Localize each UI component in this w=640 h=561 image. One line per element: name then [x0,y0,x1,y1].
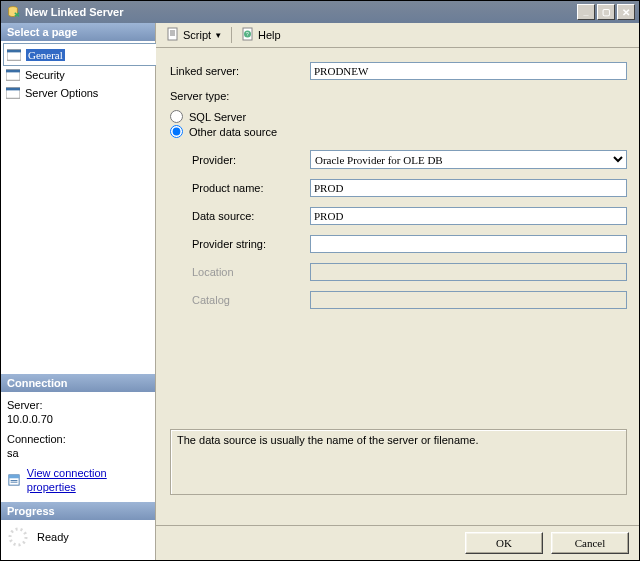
server-type-label: Server type: [170,90,627,102]
connection-label: Connection: [7,432,149,446]
catalog-label: Catalog [192,294,310,306]
provider-select[interactable]: Oracle Provider for OLE DB [310,150,627,169]
app-icon [5,4,21,20]
pages-heading: Select a page [1,23,155,41]
window-title: New Linked Server [25,6,577,18]
toolbar: Script ▼ ? Help [156,23,639,48]
hint-box: The data source is usually the name of t… [170,429,627,495]
linked-server-label: Linked server: [170,65,310,77]
cancel-button[interactable]: Cancel [551,532,629,554]
connection-heading: Connection [1,374,155,392]
connection-info: Server: 10.0.0.70 Connection: sa View co… [1,392,155,502]
radio-other-label: Other data source [189,126,277,138]
radio-other-data-source[interactable]: Other data source [170,125,627,138]
toolbar-separator [231,27,232,43]
page-item-label: General [26,49,65,61]
catalog-input [310,291,627,309]
help-icon: ? [241,27,255,43]
dialog-body: Select a page General Security Server Op… [1,23,639,560]
dialog-window: { "window": { "title": "New Linked Serve… [0,0,640,561]
hint-text: The data source is usually the name of t… [177,434,478,446]
page-item-server-options[interactable]: Server Options [3,84,153,102]
svg-rect-10 [11,482,18,483]
page-item-label: Security [25,69,65,81]
svg-rect-8 [9,475,19,478]
provider-string-input[interactable] [310,235,627,253]
page-general-icon [6,47,22,63]
progress-status: Ready [37,531,69,543]
title-bar: New Linked Server _ ▢ ✕ [1,1,639,23]
page-security-icon [5,67,21,83]
close-button[interactable]: ✕ [617,4,635,20]
progress-info: Ready [1,520,155,560]
radio-other-input[interactable] [170,125,183,138]
dropdown-caret-icon: ▼ [214,31,222,40]
progress-spinner-icon [7,526,29,548]
spacer [1,104,155,374]
data-source-label: Data source: [192,210,310,222]
radio-sql-server[interactable]: SQL Server [170,110,627,123]
page-item-label: Server Options [25,87,98,99]
radio-sql-input[interactable] [170,110,183,123]
properties-icon [7,472,22,488]
help-button[interactable]: ? Help [237,25,285,45]
form-content: Linked server: Server type: SQL Server O… [156,48,639,525]
progress-heading: Progress [1,502,155,520]
script-label: Script [183,29,211,41]
help-label: Help [258,29,281,41]
linked-server-input[interactable] [310,62,627,80]
svg-rect-6 [6,88,20,91]
provider-string-label: Provider string: [192,238,310,250]
script-button[interactable]: Script ▼ [162,25,226,45]
minimize-button[interactable]: _ [577,4,595,20]
data-source-input[interactable] [310,207,627,225]
svg-rect-12 [168,28,177,40]
svg-rect-9 [11,480,18,481]
provider-label: Provider: [192,154,310,166]
product-name-input[interactable] [310,179,627,197]
script-icon [166,27,180,43]
svg-rect-2 [7,49,21,52]
maximize-button[interactable]: ▢ [597,4,615,20]
product-name-label: Product name: [192,182,310,194]
page-options-icon [5,85,21,101]
svg-point-11 [10,529,26,545]
server-label: Server: [7,398,149,412]
svg-rect-4 [6,70,20,73]
svg-text:?: ? [246,31,249,37]
page-item-general[interactable]: General [3,43,159,66]
page-item-security[interactable]: Security [3,66,153,84]
view-connection-properties-link[interactable]: View connection properties [27,466,149,494]
window-controls: _ ▢ ✕ [577,4,635,20]
connection-value: sa [7,446,149,460]
server-value: 10.0.0.70 [7,412,149,426]
button-bar: OK Cancel [156,525,639,560]
radio-sql-label: SQL Server [189,111,246,123]
left-panel: Select a page General Security Server Op… [1,23,156,560]
location-label: Location [192,266,310,278]
right-panel: Script ▼ ? Help Linked server: Server ty… [156,23,639,560]
location-input [310,263,627,281]
ok-button[interactable]: OK [465,532,543,554]
page-list: General Security Server Options [1,41,155,104]
provider-subform: Provider: Oracle Provider for OLE DB Pro… [192,150,627,309]
